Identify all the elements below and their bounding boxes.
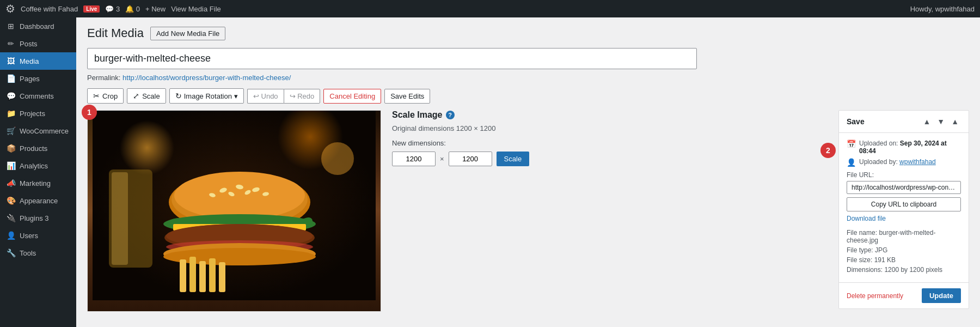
sidebar-item-posts[interactable]: ✏ Posts bbox=[0, 35, 76, 52]
rotation-button[interactable]: ↻ Image Rotation ▾ bbox=[169, 88, 244, 104]
sidebar-label-plugins: Plugins 3 bbox=[20, 214, 48, 222]
file-url-label: File URL: bbox=[847, 171, 961, 179]
sidebar-item-analytics[interactable]: 📊 Analytics bbox=[0, 157, 76, 174]
tools-icon: 🔧 bbox=[7, 249, 15, 257]
sidebar-item-projects[interactable]: 📁 Projects bbox=[0, 105, 76, 122]
crop-icon: ✂ bbox=[93, 92, 100, 100]
sidebar-label-woocommerce: WooCommerce bbox=[20, 127, 69, 135]
panel-header: Save ▲ ▼ ▲ bbox=[839, 111, 969, 133]
crop-button[interactable]: ✂ Crop bbox=[87, 88, 124, 104]
sidebar-item-appearance[interactable]: 🎨 Appearance bbox=[0, 192, 76, 209]
svg-rect-24 bbox=[189, 257, 196, 292]
sidebar-label-posts: Posts bbox=[20, 40, 38, 48]
admin-bar: ⚙ Coffee with Fahad Live 💬 3 🔔 0 + New V… bbox=[0, 0, 980, 17]
panel-close[interactable]: ▲ bbox=[949, 116, 961, 127]
svg-point-8 bbox=[174, 172, 305, 220]
sidebar-item-users[interactable]: 👤 Users bbox=[0, 227, 76, 244]
burger-svg bbox=[93, 110, 376, 300]
panel-collapse-up[interactable]: ▲ bbox=[921, 116, 933, 127]
sidebar-item-woocommerce[interactable]: 🛒 WooCommerce bbox=[0, 122, 76, 140]
add-new-button[interactable]: Add New Media File bbox=[150, 27, 225, 40]
help-icon[interactable]: ? bbox=[446, 111, 455, 119]
notif-count: 🔔 0 bbox=[125, 5, 140, 13]
scale-title: Scale Image ? bbox=[392, 110, 828, 120]
sidebar-label-products: Products bbox=[20, 144, 47, 153]
plugins-icon: 🔌 bbox=[7, 214, 15, 222]
width-input[interactable] bbox=[392, 152, 436, 166]
editor-area: 1 bbox=[87, 110, 969, 312]
comment-count: 💬 3 bbox=[105, 5, 120, 13]
scale-icon: ⤢ bbox=[133, 92, 139, 100]
panel-title: Save bbox=[847, 117, 865, 126]
scale-apply-button[interactable]: Scale bbox=[497, 152, 530, 166]
image-preview bbox=[87, 110, 381, 312]
undo-button[interactable]: ↩ Undo bbox=[247, 89, 284, 104]
sidebar-item-products[interactable]: 📦 Products bbox=[0, 140, 76, 157]
svg-rect-5 bbox=[112, 172, 128, 265]
comments-icon: 💬 bbox=[7, 92, 15, 100]
cancel-editing-button[interactable]: Cancel Editing bbox=[323, 89, 381, 104]
delete-permanently-link[interactable]: Delete permanently bbox=[847, 292, 903, 300]
sidebar-label-comments: Comments bbox=[20, 92, 54, 100]
view-media-link[interactable]: View Media File bbox=[171, 5, 221, 13]
redo-icon: ↪ bbox=[290, 92, 296, 100]
permalink-link[interactable]: http://localhost/wordpress/burger-with-m… bbox=[122, 74, 291, 82]
sidebar-item-tools[interactable]: 🔧 Tools bbox=[0, 244, 76, 262]
sidebar-label-tools: Tools bbox=[20, 249, 36, 257]
download-link[interactable]: Download file bbox=[847, 215, 961, 222]
svg-rect-23 bbox=[180, 259, 186, 292]
live-badge: Live bbox=[83, 5, 100, 13]
file-size-row: File size: 191 KB bbox=[847, 256, 961, 264]
step-2-badge: 2 bbox=[820, 143, 836, 158]
sidebar-item-dashboard[interactable]: ⊞ Dashboard bbox=[0, 17, 76, 35]
toolbar: ✂ Crop ⤢ Scale ↻ Image Rotation ▾ ↩ Undo… bbox=[87, 88, 969, 104]
calendar-icon: 📅 bbox=[847, 140, 856, 148]
redo-button[interactable]: ↪ Redo bbox=[284, 89, 321, 104]
file-name-row: File name: burger-with-melted-cheese.jpg bbox=[847, 229, 961, 244]
sidebar-item-plugins[interactable]: 🔌 Plugins 3 bbox=[0, 209, 76, 227]
sidebar-item-comments[interactable]: 💬 Comments bbox=[0, 87, 76, 105]
sidebar-label-analytics: Analytics bbox=[20, 162, 48, 170]
undo-redo-group: ↩ Undo ↪ Redo bbox=[247, 89, 320, 104]
content-area: Edit Media Add New Media File Permalink:… bbox=[76, 17, 980, 327]
new-button[interactable]: + New bbox=[145, 5, 166, 13]
woocommerce-icon: 🛒 bbox=[7, 126, 15, 135]
projects-icon: 📁 bbox=[7, 109, 15, 118]
svg-point-1 bbox=[120, 120, 174, 175]
users-icon: 👤 bbox=[7, 231, 15, 240]
sidebar-item-marketing[interactable]: 📣 Marketing bbox=[0, 174, 76, 192]
multiply-symbol: × bbox=[440, 155, 444, 163]
uploaded-by-link[interactable]: wpwithfahad bbox=[899, 158, 936, 166]
posts-icon: ✏ bbox=[7, 39, 15, 48]
marketing-icon: 📣 bbox=[7, 179, 15, 187]
page-header: Edit Media Add New Media File bbox=[87, 26, 969, 40]
user-icon: 👤 bbox=[847, 158, 856, 167]
permalink: Permalink: http://localhost/wordpress/bu… bbox=[87, 74, 969, 82]
svg-point-3 bbox=[321, 142, 354, 175]
new-dims-label: New dimensions: bbox=[392, 139, 828, 147]
wp-logo-icon: ⚙ bbox=[5, 2, 15, 15]
copy-url-button[interactable]: Copy URL to clipboard bbox=[847, 197, 961, 211]
sidebar-item-media[interactable]: 🖼 Media bbox=[0, 52, 76, 70]
file-type-row: File type: JPG bbox=[847, 246, 961, 254]
sidebar: ⊞ Dashboard ✏ Posts 🖼 Media 📄 Pages 💬 Co… bbox=[0, 17, 76, 327]
update-button[interactable]: Update bbox=[922, 288, 961, 303]
panel-collapse-down[interactable]: ▼ bbox=[935, 116, 947, 127]
save-edits-button[interactable]: Save Edits bbox=[384, 89, 430, 104]
scale-button[interactable]: ⤢ Scale bbox=[127, 88, 166, 104]
scale-panel: 2 Scale Image ? Original dimensions 1200… bbox=[392, 110, 828, 312]
howdy-text: Howdy, wpwithfahad bbox=[910, 5, 975, 13]
sidebar-label-users: Users bbox=[20, 232, 38, 240]
site-name: Coffee with Fahad bbox=[21, 5, 78, 13]
sidebar-item-pages[interactable]: 📄 Pages bbox=[0, 70, 76, 87]
svg-rect-25 bbox=[199, 261, 206, 292]
image-container: 1 bbox=[87, 110, 381, 312]
height-input[interactable] bbox=[449, 152, 492, 166]
dimensions-row: Dimensions: 1200 by 1200 pixels bbox=[847, 266, 961, 274]
sidebar-label-media: Media bbox=[20, 57, 39, 65]
undo-icon: ↩ bbox=[253, 92, 259, 100]
products-icon: 📦 bbox=[7, 144, 15, 153]
filename-input[interactable] bbox=[87, 48, 697, 69]
analytics-icon: 📊 bbox=[7, 161, 15, 170]
file-url-input[interactable] bbox=[847, 181, 961, 194]
